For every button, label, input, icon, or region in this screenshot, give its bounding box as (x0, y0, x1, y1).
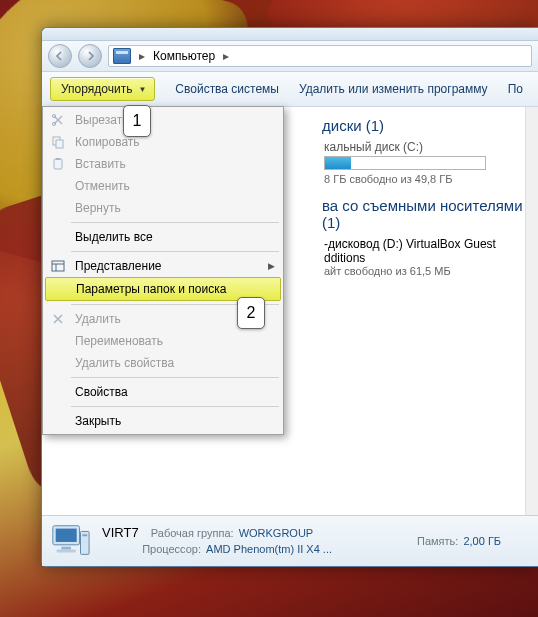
menu-paste[interactable]: Вставить (45, 153, 281, 175)
menu-paste-label: Вставить (75, 157, 126, 171)
blank-icon (49, 355, 67, 371)
chevron-down-icon: ▼ (138, 87, 146, 92)
menu-undo[interactable]: Отменить (45, 175, 281, 197)
breadcrumb-arrow-icon: ▸ (137, 49, 147, 63)
paste-icon (49, 156, 67, 172)
memory-label: Память: (417, 535, 458, 547)
blank-icon (49, 200, 67, 216)
desktop-background: ▸ Компьютер ▸ Упорядочить ▼ Свойства сис… (0, 0, 538, 617)
annotation-callout-1: 1 (123, 105, 151, 137)
organize-dropdown-menu: Вырезать Копировать Вставить Отменить Ве… (42, 106, 284, 435)
svg-rect-11 (56, 158, 60, 160)
address-bar[interactable]: ▸ Компьютер ▸ (108, 45, 532, 67)
menu-delete-label: Удалить (75, 312, 121, 326)
computer-icon (113, 48, 131, 64)
menu-copy-label: Копировать (75, 135, 140, 149)
menu-remove-properties-label: Удалить свойства (75, 356, 174, 370)
computer-large-icon (48, 522, 92, 560)
blank-icon (49, 229, 67, 245)
section-removable: ва со съемными носителями (1) (322, 197, 526, 231)
computer-name: VIRT7 (102, 525, 139, 540)
menu-close-label: Закрыть (75, 414, 121, 428)
menu-rename-label: Переименовать (75, 334, 163, 348)
menu-redo-label: Вернуть (75, 201, 121, 215)
svg-rect-10 (54, 159, 62, 169)
workgroup-label: Рабочая группа: (151, 527, 234, 539)
menu-separator (71, 251, 279, 252)
nav-forward-button[interactable] (78, 44, 102, 68)
annotation-callout-2: 2 (237, 297, 265, 329)
breadcrumb-computer[interactable]: Компьютер (153, 49, 215, 63)
menu-undo-label: Отменить (75, 179, 130, 193)
drive-c-label[interactable]: кальный диск (C:) (324, 140, 526, 154)
nav-back-button[interactable] (48, 44, 72, 68)
copy-icon (49, 134, 67, 150)
window-frame-top (42, 28, 538, 41)
drive-c-usage-bar (324, 156, 486, 170)
svg-rect-1 (56, 529, 77, 542)
details-pane: VIRT7 Рабочая группа: WORKGROUP VIRT7 Пр… (42, 515, 538, 566)
memory-value: 2,00 ГБ (463, 535, 501, 547)
menu-folder-options-label: Параметры папок и поиска (76, 282, 226, 296)
navigation-bar: ▸ Компьютер ▸ (42, 41, 538, 72)
menu-rename[interactable]: Переименовать (45, 330, 281, 352)
blank-icon (49, 333, 67, 349)
dvd-drive-label[interactable]: -дисковод (D:) VirtualBox Guest (324, 237, 526, 251)
cpu-label: Процессор: (142, 543, 201, 555)
section-hard-disks: диски (1) (322, 117, 526, 134)
delete-icon (49, 311, 67, 327)
toolbar-uninstall-program[interactable]: Удалить или изменить программу (299, 82, 488, 96)
submenu-arrow-icon: ▶ (268, 261, 275, 271)
menu-separator (71, 222, 279, 223)
svg-rect-12 (52, 261, 64, 271)
menu-select-all-label: Выделить все (75, 230, 153, 244)
blank-icon (49, 384, 67, 400)
scissors-icon (49, 112, 67, 128)
blank-icon (50, 281, 68, 297)
menu-select-all[interactable]: Выделить все (45, 226, 281, 248)
menu-layout[interactable]: Представление ▶ (45, 255, 281, 277)
menu-properties[interactable]: Свойства (45, 381, 281, 403)
svg-rect-5 (82, 534, 87, 536)
menu-copy[interactable]: Копировать (45, 131, 281, 153)
menu-cut-label: Вырезать (75, 113, 128, 127)
organize-label: Упорядочить (61, 82, 132, 96)
menu-cut[interactable]: Вырезать (45, 109, 281, 131)
dvd-drive-label-line2: dditions (324, 251, 526, 265)
vertical-scrollbar[interactable] (525, 107, 538, 515)
drive-c-freespace: 8 ГБ свободно из 49,8 ГБ (324, 173, 526, 185)
menu-separator (71, 377, 279, 378)
menu-separator (71, 406, 279, 407)
workgroup-value: WORKGROUP (239, 527, 314, 539)
menu-layout-label: Представление (75, 259, 162, 273)
dvd-drive-freespace: айт свободно из 61,5 МБ (324, 265, 526, 277)
command-bar: Упорядочить ▼ Свойства системы Удалить и… (42, 72, 538, 107)
menu-remove-properties[interactable]: Удалить свойства (45, 352, 281, 374)
menu-close[interactable]: Закрыть (45, 410, 281, 432)
menu-redo[interactable]: Вернуть (45, 197, 281, 219)
svg-rect-3 (57, 550, 76, 553)
blank-icon (49, 178, 67, 194)
cpu-value: AMD Phenom(tm) II X4 ... (206, 543, 332, 555)
blank-icon (49, 413, 67, 429)
breadcrumb-arrow-icon: ▸ (221, 49, 231, 63)
layout-icon (49, 258, 67, 274)
svg-rect-9 (56, 140, 63, 148)
toolbar-system-properties[interactable]: Свойства системы (175, 82, 279, 96)
menu-properties-label: Свойства (75, 385, 128, 399)
organize-button[interactable]: Упорядочить ▼ (50, 77, 155, 101)
svg-rect-2 (61, 547, 71, 550)
toolbar-link-truncated[interactable]: По (508, 82, 523, 96)
